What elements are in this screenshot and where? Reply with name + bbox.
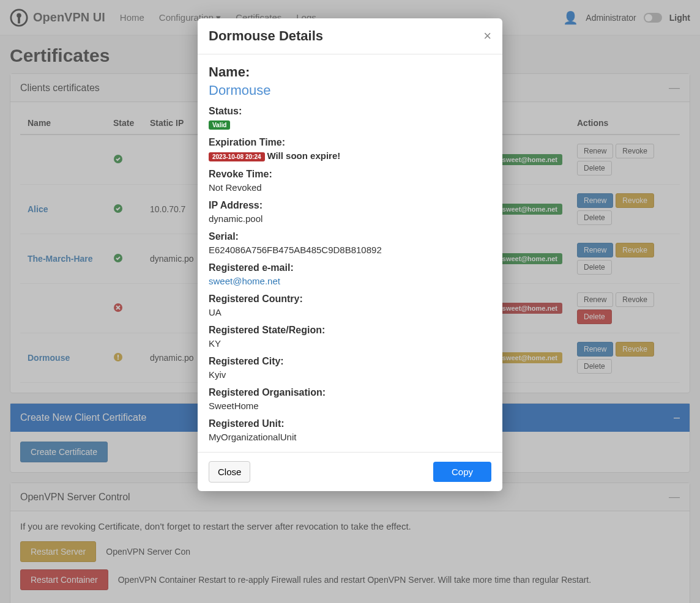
city-label: Registered City: (209, 356, 491, 367)
unit-value: MyOrganizationalUnit (209, 432, 491, 442)
ip-value: dynamic.pool (209, 213, 491, 224)
unit-label: Registered Unit: (209, 418, 491, 429)
expiration-badge: 2023-10-08 20:24 (209, 152, 265, 161)
org-label: Registered Organisation: (209, 387, 491, 398)
status-label: Status: (209, 106, 491, 117)
expiration-label: Expiration Time: (209, 137, 491, 148)
close-icon[interactable]: × (483, 28, 491, 44)
region-value: KY (209, 338, 491, 349)
serial-value: E624086A756FB475AB485C9D8B810892 (209, 245, 491, 255)
revoke-label: Revoke Time: (209, 169, 491, 180)
region-label: Registered State/Region: (209, 325, 491, 336)
modal-close-button[interactable]: Close (209, 461, 250, 483)
serial-label: Serial: (209, 231, 491, 242)
email-value[interactable]: sweet@home.net (209, 276, 491, 286)
status-badge: Valid (209, 120, 230, 130)
modal-title: Dormouse Details (209, 28, 323, 44)
modal-backdrop[interactable]: Dormouse Details × Name: Dormouse Status… (0, 0, 700, 603)
expiration-note: Will soon expire! (267, 150, 340, 161)
name-value: Dormouse (209, 83, 491, 98)
country-value: UA (209, 307, 491, 317)
modal-copy-button[interactable]: Copy (433, 462, 491, 482)
email-label: Registered e-mail: (209, 262, 491, 273)
country-label: Registered Country: (209, 294, 491, 305)
details-modal: Dormouse Details × Name: Dormouse Status… (198, 18, 502, 491)
name-label: Name: (209, 64, 491, 80)
revoke-value: Not Revoked (209, 182, 491, 193)
ip-label: IP Address: (209, 200, 491, 211)
city-value: Kyiv (209, 369, 491, 380)
org-value: SweetHome (209, 401, 491, 411)
